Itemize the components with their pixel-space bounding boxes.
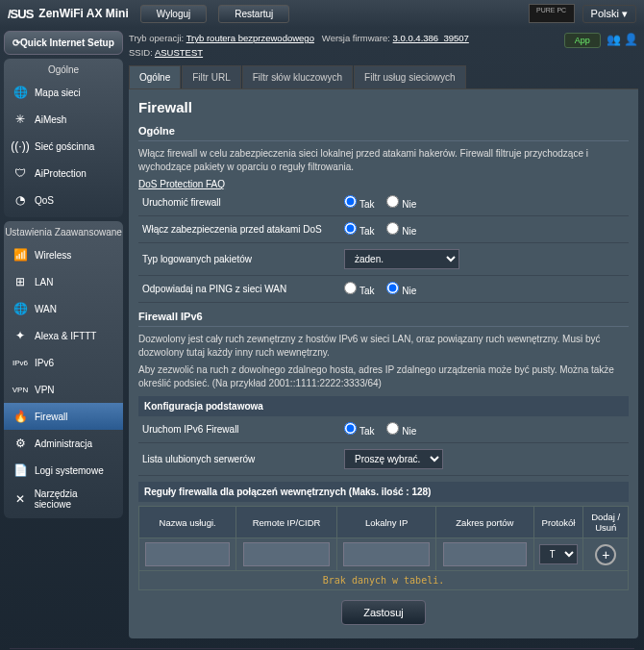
vpn-icon: VPN bbox=[12, 381, 29, 398]
user-icons[interactable]: 👥 👤 bbox=[607, 33, 638, 46]
sidebar-item-syslog[interactable]: 📄Logi systemowe bbox=[4, 457, 123, 484]
info-line-2: SSID: ASUSTEST bbox=[129, 45, 638, 60]
add-rule-button[interactable]: + bbox=[595, 544, 616, 565]
sidebar-item-admin[interactable]: ⚙Administracja bbox=[4, 430, 123, 457]
input-proto[interactable]: TCP bbox=[539, 544, 579, 564]
sidebar-item-firewall[interactable]: 🔥Firewall bbox=[4, 403, 123, 430]
sidebar: ⟳ Quick Internet Setup Ogólne 🌐Mapa siec… bbox=[0, 27, 127, 642]
model-name: ZenWiFi AX Mini bbox=[38, 7, 128, 20]
guest-icon: ((·)) bbox=[12, 138, 29, 155]
ipv6-heading: Firewall IPv6 bbox=[138, 311, 629, 327]
row-wanping: Odpowiadaj na PING z sieci WAN Tak Nie bbox=[138, 276, 629, 303]
th-remote: Remote IP/CIDR bbox=[236, 507, 337, 538]
general-desc: Włącz firewall w celu zabezpieczenia sie… bbox=[138, 147, 629, 174]
sidebar-item-guest[interactable]: ((·))Sieć gościnna bbox=[4, 133, 123, 160]
sidebar-advanced: Ustawienia Zaawansowane 📶Wireless ⊞LAN 🌐… bbox=[4, 221, 123, 518]
purepc-logo: PURE PC bbox=[529, 4, 575, 23]
firewall-no[interactable] bbox=[386, 195, 399, 208]
ipv6fw-yes[interactable] bbox=[344, 422, 357, 435]
advanced-head: Ustawienia Zaawansowane bbox=[4, 225, 123, 241]
dos-faq-link[interactable]: DoS Protection FAQ bbox=[138, 179, 225, 189]
sidebar-item-networkmap[interactable]: 🌐Mapa sieci bbox=[4, 79, 123, 106]
quick-internet-setup[interactable]: ⟳ Quick Internet Setup bbox=[4, 31, 123, 55]
input-service[interactable] bbox=[145, 542, 230, 566]
sidebar-item-nettools[interactable]: ✕Narzędzia sieciowe bbox=[4, 484, 123, 514]
apply-button[interactable]: Zastosuj bbox=[341, 600, 426, 625]
input-local[interactable] bbox=[343, 542, 430, 566]
ssid-link[interactable]: ASUSTEST bbox=[155, 47, 203, 58]
gauge-icon: ◔ bbox=[12, 191, 29, 209]
op-mode-link[interactable]: Tryb routera bezprzewodowego bbox=[186, 33, 314, 43]
tab-urlfilter[interactable]: Filtr URL bbox=[182, 65, 240, 88]
app-badge[interactable]: App bbox=[564, 33, 601, 48]
ipv6-desc1: Dozwolony jest cały ruch zewnętrzny z ho… bbox=[138, 333, 629, 360]
input-ports[interactable] bbox=[443, 542, 528, 566]
no-data-msg: Brak danych w tabeli. bbox=[139, 571, 629, 590]
dos-yes[interactable] bbox=[344, 222, 357, 235]
general-heading: Ogólne bbox=[138, 125, 629, 141]
row-favlist: Lista ulubionych serwerów Proszę wybrać. bbox=[138, 443, 629, 476]
tab-general[interactable]: Ogólne bbox=[129, 65, 181, 88]
rules-table: Nazwa usługi. Remote IP/CIDR Lokalny IP … bbox=[138, 506, 629, 590]
tab-servicefilter[interactable]: Filtr usług sieciowych bbox=[354, 65, 465, 88]
panel-firewall: Firewall Ogólne Włącz firewall w celu za… bbox=[129, 89, 638, 638]
row-dos: Włącz zabezpieczenia przed atakami DoS T… bbox=[138, 216, 629, 243]
panel-title: Firewall bbox=[138, 99, 629, 115]
sidebar-item-aimesh[interactable]: ✳AiMesh bbox=[4, 106, 123, 133]
th-proto: Protokół bbox=[533, 507, 583, 538]
mesh-icon: ✳ bbox=[12, 111, 29, 128]
logtype-select[interactable]: żaden. bbox=[344, 249, 459, 269]
sidebar-item-qos[interactable]: ◔QoS bbox=[4, 187, 123, 213]
ping-no[interactable] bbox=[386, 282, 399, 294]
ping-yes[interactable] bbox=[344, 282, 357, 294]
rules-input-row: TCP + bbox=[139, 538, 629, 571]
th-local: Lokalny IP bbox=[336, 507, 435, 538]
th-service: Nazwa usługi. bbox=[139, 507, 236, 538]
main-content: 👥 👤 App Tryb operacji: Tryb routera bezp… bbox=[127, 27, 644, 642]
sidebar-item-alexa[interactable]: ✦Alexa & IFTTT bbox=[4, 322, 123, 349]
ipv6-desc2: Aby zezwolić na ruch z dowolnego zdalneg… bbox=[138, 363, 629, 390]
row-ipv6fw: Uruchom IPv6 Firewall Tak Nie bbox=[138, 416, 629, 443]
footer: ⓘ Help & Pomoc techniczna Podręcznik | P… bbox=[0, 642, 644, 650]
qis-label: Quick Internet Setup bbox=[20, 38, 114, 48]
log-icon: 📄 bbox=[12, 462, 29, 479]
fire-icon: 🔥 bbox=[12, 408, 29, 425]
reboot-button[interactable]: Restartuj bbox=[218, 5, 289, 23]
sidebar-item-aiprotection[interactable]: 🛡AiProtection bbox=[4, 160, 123, 187]
brand-logo: /SUS bbox=[8, 7, 33, 21]
rules-head: Reguły firewalla dla połączeń wewnętrzny… bbox=[138, 482, 629, 502]
wifi-icon: 📶 bbox=[12, 246, 29, 263]
tools-icon: ✕ bbox=[12, 490, 29, 508]
fw-link[interactable]: 3.0.0.4.386_39507 bbox=[393, 33, 469, 43]
top-bar: /SUS ZenWiFi AX Mini Wyloguj Restartuj P… bbox=[0, 0, 644, 27]
firewall-yes[interactable] bbox=[344, 195, 357, 208]
th-add: Dodaj / Usuń bbox=[583, 507, 629, 538]
input-remote[interactable] bbox=[243, 542, 331, 566]
logout-button[interactable]: Wyloguj bbox=[140, 5, 207, 23]
dos-no[interactable] bbox=[386, 222, 399, 235]
tabs: Ogólne Filtr URL Filtr słów kluczowych F… bbox=[129, 65, 638, 89]
qis-icon: ⟳ bbox=[12, 38, 20, 48]
sidebar-item-vpn[interactable]: VPNVPN bbox=[4, 376, 123, 403]
sidebar-item-ipv6[interactable]: IPv6IPv6 bbox=[4, 349, 123, 376]
language-select[interactable]: Polski ▾ bbox=[582, 5, 636, 23]
wan-icon: 🌐 bbox=[12, 300, 29, 317]
sidebar-general: Ogólne 🌐Mapa sieci ✳AiMesh ((·))Sieć goś… bbox=[4, 59, 123, 217]
gear-icon: ⚙ bbox=[12, 435, 29, 452]
sidebar-item-wireless[interactable]: 📶Wireless bbox=[4, 241, 123, 268]
alexa-icon: ✦ bbox=[12, 327, 29, 344]
tab-keywordfilter[interactable]: Filtr słów kluczowych bbox=[242, 65, 353, 88]
row-logtype: Typ logowanych pakietów żaden. bbox=[138, 243, 629, 276]
ipv6-icon: IPv6 bbox=[12, 354, 29, 371]
info-line-1: 👥 👤 App Tryb operacji: Tryb routera bezp… bbox=[129, 31, 638, 45]
sidebar-item-wan[interactable]: 🌐WAN bbox=[4, 295, 123, 322]
general-head: Ogólne bbox=[4, 62, 123, 79]
ipv6fw-no[interactable] bbox=[386, 422, 399, 435]
lan-icon: ⊞ bbox=[12, 273, 29, 290]
globe-icon: 🌐 bbox=[12, 84, 29, 101]
shield-icon: 🛡 bbox=[12, 164, 29, 182]
basic-config-head: Konfiguracja podstawowa bbox=[138, 396, 629, 416]
row-enable-firewall: Uruchomić firewall Tak Nie bbox=[138, 189, 629, 216]
favlist-select[interactable]: Proszę wybrać. bbox=[344, 449, 443, 469]
sidebar-item-lan[interactable]: ⊞LAN bbox=[4, 268, 123, 295]
